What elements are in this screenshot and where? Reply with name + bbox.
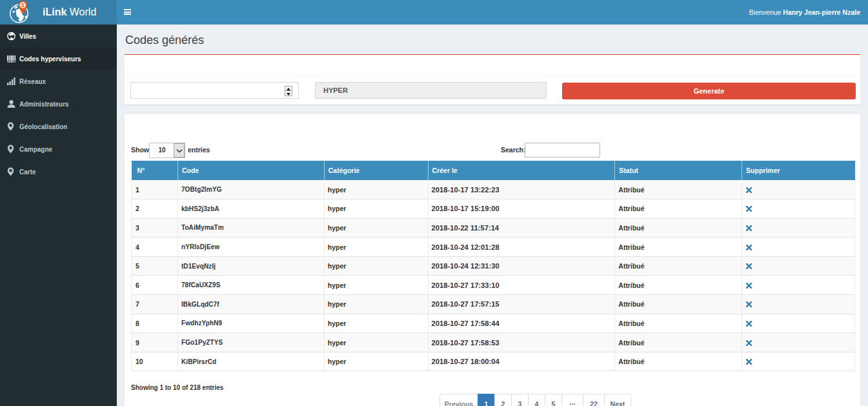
svg-text:$: $	[21, 2, 25, 8]
